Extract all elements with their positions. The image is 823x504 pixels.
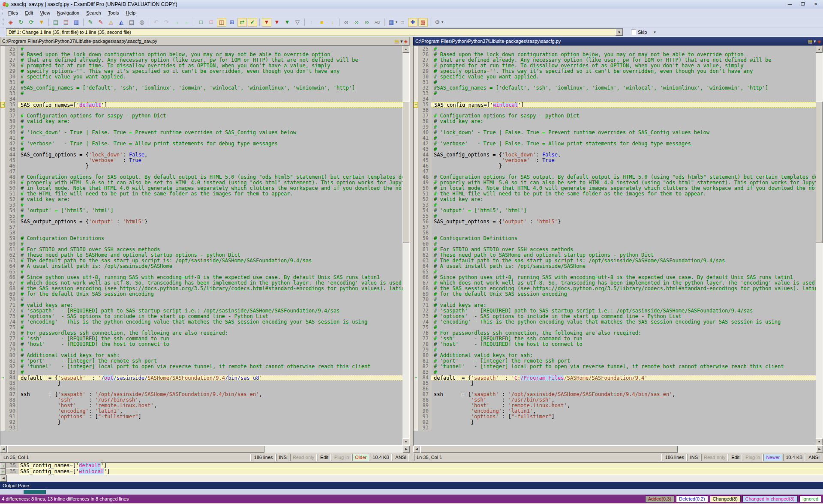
code-line[interactable]: 88 'ssh' : '/usr/bin/ssh', [414,397,816,403]
scroll-left-arrow[interactable]: ◀ [413,446,420,453]
code-line[interactable]: 43# [0,147,402,152]
save-copy-icon[interactable]: ▤ [395,39,399,44]
code-text[interactable]: SAS_config_names=['winlocal'] [431,102,816,108]
menu-navigation[interactable]: Navigation [54,9,83,16]
code-text[interactable]: # For STDIO and STDIO over SSH access me… [18,247,402,252]
code-text[interactable] [431,96,816,102]
code-line[interactable]: 82# 'tunnel' - [integer] local port to o… [0,364,402,369]
code-line[interactable]: 93 [414,425,816,431]
code-line[interactable]: 38# valid key are: [0,119,402,124]
skip-checkbox[interactable] [631,30,636,35]
code-line[interactable]: 91 'options' : ["-fullstimer"] [414,414,816,420]
code-text[interactable]: # [431,80,816,85]
code-line[interactable]: 32#SAS_config_names = ['default', 'ssh',… [414,85,816,91]
next-difference-icon[interactable]: → [172,18,181,27]
scroll-down-arrow[interactable]: ▼ [402,438,409,445]
code-line[interactable]: 51# the HTML file will need to be put in… [0,191,402,197]
code-text[interactable]: # Configuration options for saspy - pyth… [18,113,402,119]
print-icon[interactable]: ▤ [127,18,136,27]
code-text[interactable] [431,108,816,113]
code-line[interactable]: 34 [414,96,816,102]
code-text[interactable]: # [18,202,402,208]
code-line[interactable]: 68# the SAS session encoding (see https:… [0,286,402,291]
code-text[interactable]: # A usual install path is: /opt/sasinsid… [18,264,402,269]
code-line[interactable]: 54# 'output' = ['html5', 'html'] [414,208,816,213]
code-text[interactable]: # For passwordless ssh connection, the f… [18,330,402,336]
code-line[interactable]: 72# 'saspath' - [REQUIRED] path to SAS s… [0,308,402,314]
code-text[interactable]: # for the default Unix SAS session encod… [431,291,816,297]
code-text[interactable]: # prompted for at run time. To dissallow… [18,63,402,69]
code-line[interactable]: 80# Additional valid keys for ssh: [414,353,816,358]
code-text[interactable]: # 'options' - SAS options to include in … [18,314,402,319]
code-text[interactable]: # specify options=''. This way it's spec… [18,69,402,74]
code-text[interactable]: # 'output' = ['html5', 'html'] [431,208,816,213]
code-text[interactable]: # valid key are: [431,197,816,202]
code-text[interactable]: # The default path to the sas start up s… [18,258,402,264]
code-line[interactable]: 70# [414,297,816,303]
show-checkbox-icon[interactable]: ✔ [248,18,257,27]
code-text[interactable]: # 'lock_down' - True | False. True = Pre… [431,130,816,135]
code-text[interactable]: # Additional valid keys for ssh: [431,353,816,358]
code-line[interactable]: 90 'encoding': 'latin1', [414,408,816,414]
code-line[interactable]: 32#SAS_config_names = ['default', 'ssh',… [0,85,402,91]
code-text[interactable]: # [18,325,402,330]
scrollbar-thumb[interactable] [402,102,409,243]
code-text[interactable]: SAS_output_options = {'output' : 'html5'… [431,219,816,225]
left-editor[interactable]: 25#26# Based upon the lock_down configur… [0,45,410,446]
diff-list-item[interactable]: ⇦35SAS_config_names=['winlocal'] [0,469,823,475]
code-line[interactable]: 73# 'options' - SAS options to include i… [0,314,402,319]
scroll-up-arrow[interactable]: ▲ [402,46,409,53]
code-text[interactable]: # These need path to SASHome and optiona… [431,252,816,258]
code-text[interactable]: # specific value you want applied. [18,74,402,80]
code-text[interactable] [431,230,816,236]
code-text[interactable]: # [431,297,816,303]
code-line[interactable]: →84default = {'saspath' : '/opt/sasinsid… [0,375,402,381]
code-text[interactable]: #SAS_config_names = ['default', 'ssh', '… [18,85,402,91]
code-line[interactable]: 42# 'verbose' - True | False. True = All… [414,141,816,147]
code-line[interactable]: 86 [414,386,816,392]
legend-icon[interactable]: ▦ [387,18,396,27]
code-line[interactable]: 29# specify options=''. This way it's sp… [0,69,402,74]
code-text[interactable] [431,169,816,174]
edit-second-icon[interactable]: ✎ [96,18,105,27]
code-line[interactable]: 40# 'lock_down' - True | False. True = P… [0,130,402,135]
menu-edit[interactable]: Edit [21,9,36,16]
code-line[interactable]: 31# [0,80,402,85]
code-line[interactable]: →35SAS_config_names=['default'] [0,102,402,108]
code-line[interactable]: 44SAS_config_options = {'lock_down': Fal… [414,152,816,158]
code-line[interactable]: 93 [0,425,402,431]
code-line[interactable]: 77# 'ssh' - [REQUIRED] the ssh command t… [414,336,816,342]
code-line[interactable]: 52# valid key are: [414,197,816,202]
code-text[interactable]: # 'encoding' - This is the python encodi… [18,319,402,325]
code-text[interactable]: } [18,381,402,386]
code-line[interactable]: 87ssh = {'saspath' : '/opt/sasinside/SAS… [0,392,402,397]
find-next-icon[interactable]: ∞ [352,18,361,27]
right-horizontal-scrollbar[interactable]: ◀ ▶ [413,446,823,453]
code-line[interactable]: 74# 'encoding' - This is the python enco… [0,319,402,325]
code-line[interactable]: 79# [0,347,402,353]
code-text[interactable]: # Based upon the lock_down configuration… [431,52,816,57]
code-text[interactable]: 'host' : 'remote.linux.host', [431,403,816,408]
code-line[interactable]: 82# 'tunnel' - [integer] local port to o… [414,364,816,369]
code-line[interactable]: 49# properly with HTML 5.0 so it can als… [0,180,402,186]
code-line[interactable]: 25# [0,46,402,52]
code-line[interactable]: 31# [414,80,816,85]
code-line[interactable]: 59# Configuration Definitions [414,236,816,241]
code-text[interactable]: # Configuration Definitions [431,236,816,241]
left-horizontal-scrollbar[interactable]: ◀ ▶ [0,446,410,453]
code-text[interactable]: # [18,297,402,303]
code-line[interactable]: 43# [414,147,816,152]
code-line[interactable]: 61# For STDIO and STDIO over SSH access … [414,247,816,252]
show-blocks-icon[interactable]: ⊞ [227,18,237,27]
code-text[interactable]: # [431,124,816,130]
code-text[interactable]: # 'encoding' - This is the python encodi… [431,319,816,325]
code-text[interactable]: } [431,420,816,425]
code-line[interactable]: 38# valid key are: [414,119,816,124]
copy-to-first-icon[interactable]: ◬ [106,18,116,27]
code-text[interactable]: # [431,269,816,275]
code-text[interactable]: # Since python uses utf-8, running SAS w… [431,275,816,280]
code-line[interactable]: 64# A usual install path is: /opt/sasins… [414,264,816,269]
code-line[interactable]: 62# These need path to SASHome and optio… [414,252,816,258]
minimize-button[interactable]: — [784,1,796,8]
code-line[interactable]: 76# For passwordless ssh connection, the… [0,330,402,336]
